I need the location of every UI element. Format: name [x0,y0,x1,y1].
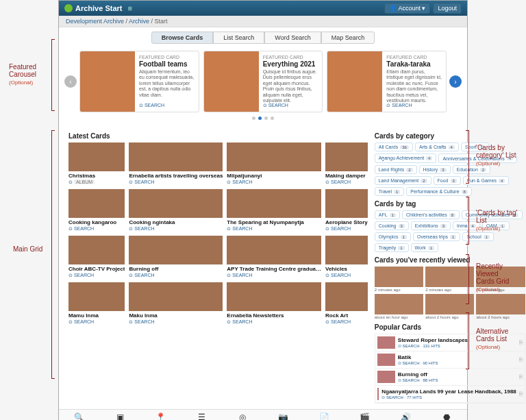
featured-title: Football teams [139,60,195,68]
grid-card[interactable]: Milpatjunanyi⊙ SEARCH [227,143,321,185]
grid-card-search-link[interactable]: ⊙ SEARCH [325,319,368,325]
grid-card[interactable]: Christmas⊙ ALBUM [68,143,125,185]
featured-card[interactable]: FEATURED CARD Taraka-taraka Etiam diam p… [327,51,447,112]
grid-card-search-link[interactable]: ⊙ SEARCH [227,180,321,185]
copy-icon[interactable]: ⎘ [519,356,523,363]
category-tag[interactable]: History 3 [419,165,451,174]
category-tag[interactable]: Land Rights 2 [375,165,417,174]
recent-card[interactable]: about an hour ago [375,294,423,319]
category-tag[interactable]: Performance & Culture 8 [406,187,472,196]
tab-map-search[interactable]: Map Search [321,32,375,44]
toolbar-item[interactable]: 📷Photos [263,410,304,420]
category-tag[interactable]: Fun & Games 4 [463,176,510,185]
featured-card[interactable]: FEATURED CARD Football teams Aliquam fer… [79,51,199,112]
popular-row[interactable]: Burning off⊙ SEARCH · 88 HITS⎘ [375,369,525,386]
toolbar-item[interactable]: ◎Item View [222,410,263,420]
popular-row[interactable]: Batik⊙ SEARCH · 90 HITS⎘ [375,351,525,369]
grid-card-search-link[interactable]: ⊙ SEARCH [227,273,321,278]
annot-featured: Featured Carousel(Optional) [9,63,36,86]
grid-card[interactable]: Making damper⊙ SEARCH [325,143,368,185]
popular-hits: ⊙ SEARCH · 88 HITS [398,378,516,382]
category-tag[interactable]: Aṉangu Achievement 4 [375,153,437,163]
category-tag[interactable]: All Cards 36 [375,143,413,151]
tag-pill[interactable]: Exhibitions 3 [411,221,451,230]
toolbar-icon: ⬣ [426,412,467,420]
featured-search-link[interactable]: ⊙ SEARCH [139,103,195,108]
grid-card-search-link[interactable]: ⊙ SEARCH [227,319,321,325]
tag-pill[interactable]: Children's activities 8 [402,210,460,219]
breadcrumb-section[interactable]: Archive [129,18,149,25]
tag-pill[interactable]: Work 1 [411,243,439,252]
grid-card[interactable]: Burning off⊙ SEARCH [129,236,223,278]
grid-card[interactable]: Ernabella artists travelling overseas⊙ S… [129,143,223,185]
toolbar-item[interactable]: 📄Documents [304,410,345,420]
copy-icon[interactable]: ⎘ [519,339,523,346]
grid-card[interactable]: Choir ABC-TV Project⊙ SEARCH [68,236,125,278]
tab-list-search[interactable]: List Search [213,32,264,44]
toolbar-icon: 📷 [263,412,304,420]
copy-icon[interactable]: ⎘ [519,373,523,380]
grid-card-search-link[interactable]: ⊙ SEARCH [129,319,223,325]
grid-card-search-link[interactable]: ⊙ SEARCH [68,319,125,325]
tag-pill[interactable]: AFL 1 [375,210,400,219]
popular-title: Burning off [398,371,516,378]
category-tag[interactable]: Arts & Crafts 4 [415,143,459,151]
category-tag[interactable]: Land Management 2 [375,176,431,185]
grid-card-search-link[interactable]: ⊙ SEARCH [68,273,125,278]
toolbar-item[interactable]: 🎬Movies [345,410,386,420]
grid-card[interactable]: Mamu Inma⊙ SEARCH [68,282,125,325]
grid-card[interactable]: Aeroplane Story⊙ SEARCH [325,189,368,232]
grid-card-title: Cooking kangaroo [68,219,125,225]
carousel-next-button[interactable]: › [449,75,462,88]
featured-card-image [204,51,259,112]
grid-card[interactable]: The Spearing at Nyumpanytja⊙ SEARCH [227,189,321,232]
toolbar-item[interactable]: ⬣Objects [426,410,467,420]
recent-card[interactable]: about 2 hours ago [476,294,525,319]
grid-card[interactable]: Vehicles⊙ SEARCH [325,236,368,278]
tab-word-search[interactable]: Word Search [264,32,321,44]
grid-card-search-link[interactable]: ⊙ SEARCH [325,273,368,278]
category-tag[interactable]: Food 3 [434,176,461,185]
account-button[interactable]: 👤 Account ▾ [384,3,430,14]
grid-card-search-link[interactable]: ⊙ SEARCH [68,226,125,232]
logout-button[interactable]: Logout [433,3,462,14]
toolbar-item[interactable]: 🔍Adv. Search [59,410,100,420]
copy-icon[interactable]: ⎘ [519,391,523,397]
grid-card-title: Milpatjunanyi [227,173,321,179]
grid-card-image [227,236,321,264]
grid-card[interactable]: Cooking kangaroo⊙ SEARCH [68,189,125,232]
grid-card-search-link[interactable]: ⊙ SEARCH [129,226,223,232]
tag-pill[interactable]: Tragedy 1 [375,243,409,252]
featured-card[interactable]: FEATURED CARD Everything 2021 Quisque id… [203,51,323,112]
grid-card[interactable]: Cooking ngintaka⊙ SEARCH [129,189,223,232]
toolbar-item[interactable]: ☰Results [181,410,223,420]
grid-card-search-link[interactable]: ⊙ SEARCH [227,226,321,232]
toolbar-item[interactable]: ▣Albums [100,410,141,420]
toolbar-item[interactable]: 🔊Sounds [386,410,427,420]
grid-card[interactable]: Ernabella Newsletters⊙ SEARCH [227,282,321,325]
recent-card[interactable]: 2 minutes ago [375,267,423,292]
toolbar-item[interactable]: 📍Map [140,410,181,420]
popular-thumb [377,336,395,349]
grid-card-search-link[interactable]: ⊙ ALBUM [68,180,125,185]
popular-row[interactable]: Ngaanyatjarra Lands 99 year Lease Handba… [375,386,525,403]
tag-pill[interactable]: Overseas trips 1 [413,232,460,241]
grid-card-search-link[interactable]: ⊙ SEARCH [325,226,368,232]
category-tag[interactable]: Travel 1 [375,187,405,196]
carousel-dots[interactable] [79,116,447,120]
grid-card[interactable]: Rock Art⊙ SEARCH [325,282,368,325]
tag-pill[interactable]: Cooking 3 [375,221,409,230]
breadcrumb-root[interactable]: Development Archive [66,18,124,25]
tag-pill[interactable]: Olympics 1 [375,232,411,241]
grid-card-search-link[interactable]: ⊙ SEARCH [129,180,223,185]
hamburger-icon[interactable]: ≡ [127,4,132,12]
grid-card-search-link[interactable]: ⊙ SEARCH [129,273,223,278]
grid-card[interactable]: APY Trade Training Centre gradua…⊙ SEARC… [227,236,321,278]
grid-card-search-link[interactable]: ⊙ SEARCH [325,180,368,185]
tab-browse-cards[interactable]: Browse Cards [151,32,214,44]
grid-card[interactable]: Maku Inma⊙ SEARCH [129,282,223,325]
carousel-prev-button[interactable]: ‹ [64,75,77,88]
toolbar-icon: 📄 [304,412,345,420]
toolbar-icon: 🔊 [386,412,427,420]
grid-card-title: Aeroplane Story [325,219,368,225]
